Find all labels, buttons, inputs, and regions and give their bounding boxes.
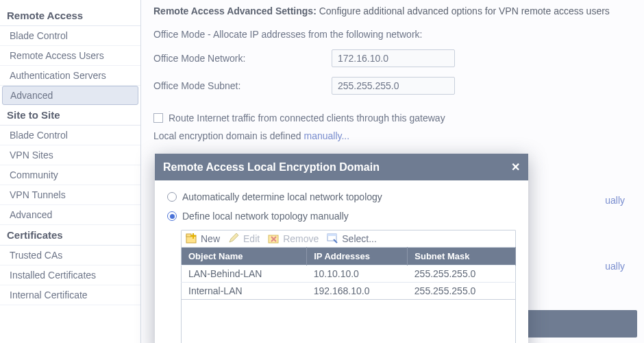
sidebar-item-internal-certificate[interactable]: Internal Certificate xyxy=(0,285,140,305)
radio-manual-label: Define local network topology manually xyxy=(182,211,349,222)
column-header[interactable]: IP Addresses xyxy=(307,248,408,265)
sidebar-item-installed-certificates[interactable]: Installed Certificates xyxy=(0,265,140,285)
encryption-domain-text: Local encryption domain is defined manua… xyxy=(153,130,632,141)
sidebar-item-advanced[interactable]: Advanced xyxy=(2,86,138,105)
office-network-input[interactable] xyxy=(332,49,455,67)
objects-table: Object NameIP AddressesSubnet Mask LAN-B… xyxy=(181,247,516,300)
remove-button: Remove xyxy=(268,233,319,244)
sidebar-item-remote-access-users[interactable]: Remote Access Users xyxy=(0,46,140,66)
select-button[interactable]: Select... xyxy=(327,233,377,244)
sidebar-heading: Certificates xyxy=(0,225,140,246)
sidebar-heading: Site to Site xyxy=(0,105,140,126)
remove-icon xyxy=(268,233,280,244)
ghost-link-1[interactable]: ually xyxy=(605,195,625,206)
ghost-link-2[interactable]: ually xyxy=(605,261,625,272)
edit-button: Edit xyxy=(228,233,260,244)
encryption-domain-dialog: Remote Access Local Encryption Domain ✕ … xyxy=(155,154,528,343)
office-network-label: Office Mode Network: xyxy=(153,53,332,64)
pencil-icon xyxy=(228,233,240,244)
select-icon xyxy=(327,233,339,244)
table-row[interactable]: Internal-LAN192.168.10.0255.255.255.0 xyxy=(182,283,516,300)
svg-rect-1 xyxy=(186,234,191,237)
sidebar-item-advanced[interactable]: Advanced xyxy=(0,205,140,225)
new-button[interactable]: New xyxy=(186,233,220,244)
sidebar-item-trusted-cas[interactable]: Trusted CAs xyxy=(0,246,140,265)
route-traffic-label: Route Internet traffic from connected cl… xyxy=(169,113,445,123)
radio-auto-label: Automatically determine local network to… xyxy=(182,191,382,202)
office-mode-heading: Office Mode - Allocate IP addresses from… xyxy=(153,29,632,40)
page-title: Remote Access Advanced Settings: Configu… xyxy=(153,5,632,16)
dialog-title: Remote Access Local Encryption Domain xyxy=(163,161,380,174)
svg-rect-3 xyxy=(190,235,196,237)
column-header[interactable]: Subnet Mask xyxy=(408,248,516,265)
sidebar-item-vpn-tunnels[interactable]: VPN Tunnels xyxy=(0,185,140,205)
route-traffic-checkbox[interactable] xyxy=(153,113,163,123)
sidebar-item-community[interactable]: Community xyxy=(0,165,140,185)
radio-auto[interactable] xyxy=(167,192,177,202)
encryption-manually-link[interactable]: manually... xyxy=(304,130,349,141)
svg-rect-6 xyxy=(327,234,336,236)
column-header[interactable]: Object Name xyxy=(182,248,307,265)
office-subnet-label: Office Mode Subnet: xyxy=(153,80,332,91)
sidebar-item-blade-control[interactable]: Blade Control xyxy=(0,26,140,46)
sidebar: Remote AccessBlade ControlRemote Access … xyxy=(0,0,141,343)
new-icon xyxy=(186,233,198,244)
sidebar-item-vpn-sites[interactable]: VPN Sites xyxy=(0,145,140,165)
sidebar-heading: Remote Access xyxy=(0,5,140,26)
office-subnet-input[interactable] xyxy=(332,77,455,95)
close-icon[interactable]: ✕ xyxy=(511,161,520,174)
table-toolbar: New Edit Remove xyxy=(181,230,516,247)
sidebar-item-blade-control[interactable]: Blade Control xyxy=(0,126,140,145)
table-row[interactable]: LAN-Behind-LAN10.10.10.0255.255.255.0 xyxy=(182,265,516,283)
sidebar-item-authentication-servers[interactable]: Authentication Servers xyxy=(0,66,140,86)
radio-manual[interactable] xyxy=(167,211,177,221)
